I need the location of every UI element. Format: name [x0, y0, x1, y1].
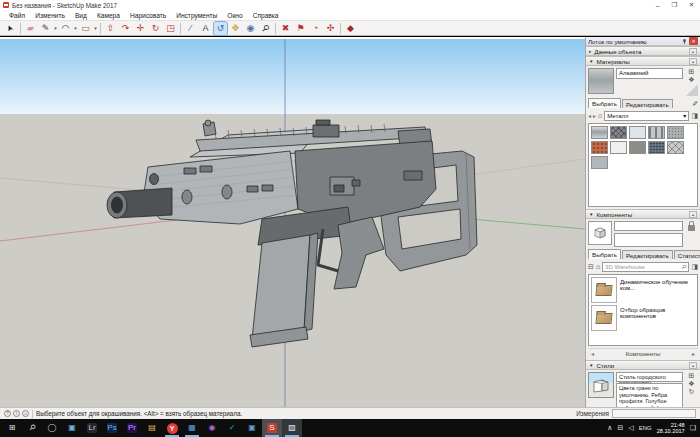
notifications-icon[interactable]: ❏	[690, 424, 696, 432]
material-swatch-light-blue-metal[interactable]	[629, 126, 646, 139]
page-forward-icon[interactable]: ▸	[692, 350, 695, 357]
follow-me-tool-button[interactable]: ↷	[119, 22, 132, 35]
view-options-icon[interactable]: ⊟	[588, 263, 594, 270]
taskbar-premiere[interactable]: Pr	[122, 419, 142, 437]
paint-style-icon[interactable]: ❖	[688, 380, 694, 387]
panel-header-styles[interactable]: ▼ Стили ▴	[586, 360, 700, 370]
shapes-dropdown-caret[interactable]: ▾	[93, 25, 98, 31]
component-list-item[interactable]: Динамическое обучение ком...	[591, 277, 695, 303]
pin-icon[interactable]	[682, 39, 687, 44]
menu-item-Окно[interactable]: Окно	[222, 12, 247, 19]
menu-item-Справка[interactable]: Справка	[248, 12, 284, 19]
material-swatch-aluminum[interactable]	[591, 126, 608, 139]
rotate-tool-button[interactable]: ↻	[149, 22, 162, 35]
in-model-components-icon[interactable]: ⌂	[596, 263, 600, 270]
close-button[interactable]: ✕	[683, 0, 700, 10]
component-name-field[interactable]	[614, 221, 683, 231]
material-swatch-speckled-metal[interactable]	[667, 126, 684, 139]
model-canvas[interactable]	[0, 39, 585, 407]
panel-up-icon[interactable]: ▴	[689, 48, 697, 55]
taskbar-app-chat[interactable]: ▣	[242, 419, 262, 437]
move-tool-button[interactable]: ✛	[134, 22, 147, 35]
position-camera-tool-button[interactable]: ⚑	[294, 22, 307, 35]
menu-item-Камера[interactable]: Камера	[92, 12, 125, 19]
taskbar-search[interactable]: ⚲	[22, 419, 42, 437]
walk-tool-button[interactable]: ✣	[324, 22, 337, 35]
orbit-tool-button[interactable]: ↺	[214, 22, 227, 35]
taskbar-start[interactable]: ⊞	[2, 419, 22, 437]
scale-tool-button[interactable]: ◳	[164, 22, 177, 35]
language-indicator[interactable]: ENG	[639, 425, 652, 431]
tab-Статистика[interactable]: Статистика	[674, 250, 700, 259]
tape-measure-tool-button[interactable]: ∕	[184, 22, 197, 35]
taskbar-app-check[interactable]: ✓	[222, 419, 242, 437]
material-swatch-brushed-metal[interactable]	[648, 126, 665, 139]
arc-dropdown-caret[interactable]: ▾	[73, 25, 78, 31]
tab-Редактировать[interactable]: Редактировать	[622, 250, 673, 259]
material-swatch-silver-metal[interactable]	[591, 156, 608, 169]
select-tool-button[interactable]: ➤	[4, 22, 17, 35]
volume-icon[interactable]: ◁	[628, 424, 633, 432]
network-icon[interactable]: ⊟	[617, 424, 623, 432]
look-tool-button[interactable]: ◉	[244, 22, 257, 35]
taskbar-explorer[interactable]: ▤	[142, 419, 162, 437]
measurements-input[interactable]	[612, 409, 696, 418]
panel-up-icon[interactable]: ▴	[689, 58, 697, 65]
eraser-tool-button[interactable]: ▰	[24, 22, 37, 35]
menu-item-Изменить[interactable]: Изменить	[30, 12, 70, 19]
menu-item-Вид[interactable]: Вид	[70, 12, 92, 19]
material-swatch-blue-steel[interactable]	[648, 141, 665, 154]
paint-bucket-tool-button[interactable]: ◆	[344, 22, 357, 35]
sample-paint-icon[interactable]	[686, 84, 698, 96]
create-style-icon[interactable]: ⊞	[689, 372, 695, 379]
hidden-icons-chevron[interactable]: ∧	[607, 424, 612, 432]
taskbar-app-blue[interactable]: ▦	[182, 419, 202, 437]
line-dropdown-caret[interactable]: ▾	[53, 25, 58, 31]
paint-display-icon[interactable]: ❖	[688, 76, 694, 83]
status-circle-icon-1[interactable]: i	[13, 410, 20, 417]
shapes-tool-button[interactable]: ▭	[79, 22, 92, 35]
style-name-field[interactable]: Стиль городского планирован	[616, 372, 683, 382]
material-swatch-white-metal[interactable]	[610, 141, 627, 154]
taskbar-photos[interactable]: ▨	[282, 419, 302, 437]
taskbar-yandex-browser[interactable]: Y	[162, 419, 182, 437]
look-around-tool-button[interactable]: ◔	[309, 22, 322, 35]
text-tool-button[interactable]: A	[199, 22, 212, 35]
line-tool-button[interactable]: ✎	[39, 22, 52, 35]
panel-up-icon[interactable]: ▴	[689, 211, 697, 218]
panel-header-components[interactable]: ▼ Компоненты ▴	[586, 209, 700, 219]
component-list-item[interactable]: Отбор образцов компонентов	[591, 305, 695, 331]
taskbar-store[interactable]: ▣	[62, 419, 82, 437]
zoom-tool-button[interactable]: ⚲	[259, 22, 272, 35]
menu-item-Нарисовать[interactable]: Нарисовать	[125, 12, 171, 19]
zoom-extents-tool-button[interactable]: ✖	[279, 22, 292, 35]
pan-tool-button[interactable]: ✥	[229, 22, 242, 35]
tray-close-button[interactable]: ✕	[689, 37, 698, 45]
tab-Редактировать[interactable]: Редактировать	[622, 99, 673, 108]
status-circle-icon-2[interactable]: ☺	[22, 410, 29, 417]
panel-header-entity-info[interactable]: ▸ Данные объекта ▴	[586, 46, 700, 56]
component-description-field[interactable]	[614, 233, 683, 247]
tab-Выбрать[interactable]: Выбрать	[588, 98, 621, 108]
back-arrow-icon[interactable]: ◂	[588, 112, 591, 119]
create-material-icon[interactable]: ⊞	[689, 68, 695, 75]
refresh-icon[interactable]: ↻	[689, 388, 695, 395]
minimize-button[interactable]: –	[649, 0, 666, 10]
panel-header-materials[interactable]: ▼ Материалы ▴	[586, 56, 700, 66]
arc-tool-button[interactable]: ◠	[59, 22, 72, 35]
taskbar-task-view[interactable]: ◯	[42, 419, 62, 437]
panel-up-icon[interactable]: ▴	[689, 362, 697, 369]
material-name-field[interactable]: Алюминий	[616, 68, 683, 79]
material-swatch-rusty-metal[interactable]	[591, 141, 608, 154]
lock-icon[interactable]	[688, 225, 695, 231]
clock[interactable]: 21:48 28.10.2017	[657, 422, 685, 435]
materials-collection-dropdown[interactable]: Металл ▾	[604, 111, 689, 121]
details-icon[interactable]: ◨	[691, 263, 698, 270]
material-swatch-gray-metal[interactable]	[629, 141, 646, 154]
dropper-icon[interactable]: ✐	[692, 100, 698, 108]
status-circle-icon-0[interactable]: ?	[4, 410, 11, 417]
warehouse-search-box[interactable]: 3D Warehouse ⚲	[602, 262, 689, 272]
taskbar-lightroom[interactable]: Lr	[82, 419, 102, 437]
taskbar-app-purple[interactable]: ◉	[202, 419, 222, 437]
tray-header[interactable]: Лоток по умолчанию ✕	[586, 37, 700, 46]
